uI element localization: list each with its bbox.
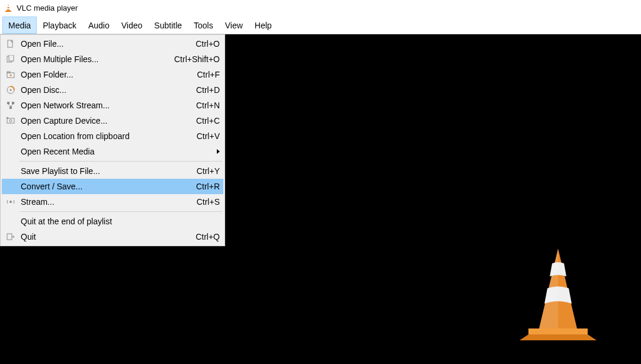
- svg-marker-5: [520, 334, 597, 340]
- menu-media[interactable]: Media: [2, 17, 37, 34]
- menu-open-file-shortcut: Ctrl+O: [188, 39, 220, 49]
- svg-rect-2: [7, 8, 9, 9]
- menu-audio-label: Audio: [88, 21, 110, 30]
- menu-open-capture-device-label: Open Capture Device...: [21, 116, 189, 125]
- menu-open-multiple-files[interactable]: Open Multiple Files... Ctrl+Shift+O: [2, 51, 223, 67]
- menu-quit[interactable]: Quit Ctrl+Q: [2, 229, 223, 244]
- svg-marker-8: [539, 249, 558, 328]
- menu-open-file-label: Open File...: [21, 39, 188, 49]
- menu-open-network-stream-label: Open Network Stream...: [21, 101, 189, 110]
- folder-icon: [4, 69, 17, 80]
- title-bar: VLC media player: [0, 0, 641, 17]
- menu-open-disc[interactable]: Open Disc... Ctrl+D: [2, 82, 223, 98]
- menu-open-network-stream[interactable]: Open Network Stream... Ctrl+N: [2, 98, 223, 113]
- network-icon: [4, 100, 17, 111]
- menu-quit-label: Quit: [21, 232, 188, 241]
- menu-subtitle-label: Subtitle: [154, 21, 182, 30]
- svg-rect-26: [7, 234, 12, 240]
- menu-video[interactable]: Video: [116, 17, 149, 34]
- menu-save-playlist-label: Save Playlist to File...: [21, 166, 190, 176]
- menu-playback[interactable]: Playback: [37, 17, 82, 34]
- svg-marker-0: [7, 4, 10, 11]
- menu-open-location-clipboard-shortcut: Ctrl+V: [190, 131, 220, 141]
- menu-convert-save[interactable]: Convert / Save... Ctrl+R: [2, 179, 223, 194]
- menu-stream[interactable]: Stream... Ctrl+S: [2, 194, 223, 210]
- svg-line-20: [8, 104, 11, 107]
- menu-open-capture-device[interactable]: Open Capture Device... Ctrl+C: [2, 113, 223, 128]
- menu-convert-save-shortcut: Ctrl+R: [189, 182, 220, 191]
- menu-stream-shortcut: Ctrl+S: [190, 197, 220, 207]
- menu-view[interactable]: View: [219, 17, 249, 34]
- menu-tools-label: Tools: [194, 21, 213, 30]
- menu-save-playlist[interactable]: Save Playlist to File... Ctrl+Y: [2, 163, 223, 179]
- svg-rect-24: [7, 117, 8, 118]
- menu-quit-end-playlist-label: Quit at the end of playlist: [21, 217, 213, 226]
- menu-open-folder-shortcut: Ctrl+F: [190, 70, 220, 79]
- menu-stream-label: Stream...: [21, 197, 190, 207]
- menu-open-capture-device-shortcut: Ctrl+C: [189, 116, 220, 125]
- menu-help[interactable]: Help: [249, 17, 278, 34]
- menu-quit-shortcut: Ctrl+Q: [188, 232, 220, 241]
- menu-media-label: Media: [8, 21, 31, 30]
- quit-icon: [4, 231, 17, 242]
- svg-rect-1: [7, 6, 9, 7]
- svg-rect-9: [8, 40, 12, 47]
- svg-rect-18: [12, 102, 14, 104]
- disc-icon: [4, 85, 17, 95]
- menu-view-label: View: [225, 21, 243, 30]
- window-title: VLC media player: [17, 4, 78, 12]
- menu-open-multiple-files-label: Open Multiple Files...: [21, 54, 167, 64]
- file-icon: [4, 38, 17, 49]
- menu-separator: [20, 161, 222, 162]
- menu-playback-label: Playback: [43, 21, 76, 30]
- svg-rect-13: [7, 72, 10, 73]
- blank-icon: [4, 131, 17, 141]
- menu-open-file[interactable]: Open File... Ctrl+O: [2, 36, 223, 51]
- svg-rect-19: [9, 107, 12, 109]
- menu-open-folder-label: Open Folder...: [21, 70, 190, 79]
- svg-marker-14: [9, 75, 12, 76]
- svg-rect-3: [5, 11, 11, 12]
- files-icon: [4, 54, 17, 65]
- menu-bar: Media Playback Audio Video Subtitle Tool…: [0, 17, 641, 34]
- blank-icon: [4, 146, 17, 157]
- capture-icon: [4, 115, 17, 126]
- vlc-app-icon: [4, 4, 13, 13]
- menu-help-label: Help: [255, 21, 272, 30]
- menu-quit-end-playlist[interactable]: Quit at the end of playlist: [2, 214, 223, 229]
- stream-icon: [4, 197, 17, 207]
- menu-tools[interactable]: Tools: [188, 17, 219, 34]
- menu-open-location-clipboard-label: Open Location from clipboard: [21, 131, 190, 141]
- menu-open-folder[interactable]: Open Folder... Ctrl+F: [2, 67, 223, 82]
- menu-open-location-clipboard[interactable]: Open Location from clipboard Ctrl+V: [2, 128, 223, 144]
- menu-open-recent-media-label: Open Recent Media: [21, 147, 212, 156]
- menu-open-disc-shortcut: Ctrl+D: [189, 85, 220, 95]
- blank-icon: [4, 216, 17, 227]
- vlc-cone-logo: [511, 246, 605, 346]
- svg-point-23: [9, 120, 12, 122]
- svg-point-16: [10, 89, 12, 91]
- svg-line-21: [11, 104, 13, 107]
- blank-icon: [4, 181, 17, 192]
- menu-save-playlist-shortcut: Ctrl+Y: [190, 166, 220, 176]
- menu-open-recent-media[interactable]: Open Recent Media: [2, 144, 223, 159]
- svg-marker-6: [528, 328, 588, 334]
- media-dropdown: Open File... Ctrl+O Open Multiple Files.…: [0, 34, 225, 246]
- menu-audio[interactable]: Audio: [82, 17, 116, 34]
- menu-convert-save-label: Convert / Save...: [21, 182, 189, 191]
- menu-subtitle[interactable]: Subtitle: [148, 17, 188, 34]
- menu-open-network-stream-shortcut: Ctrl+N: [189, 101, 220, 110]
- svg-rect-22: [7, 118, 14, 123]
- svg-rect-17: [7, 102, 9, 104]
- menu-video-label: Video: [121, 21, 143, 30]
- svg-rect-11: [9, 55, 14, 61]
- svg-point-25: [9, 201, 12, 203]
- submenu-arrow-icon: [217, 149, 220, 154]
- menu-separator: [20, 211, 222, 212]
- blank-icon: [4, 166, 17, 176]
- menu-open-disc-label: Open Disc...: [21, 85, 189, 95]
- menu-open-multiple-files-shortcut: Ctrl+Shift+O: [167, 54, 220, 64]
